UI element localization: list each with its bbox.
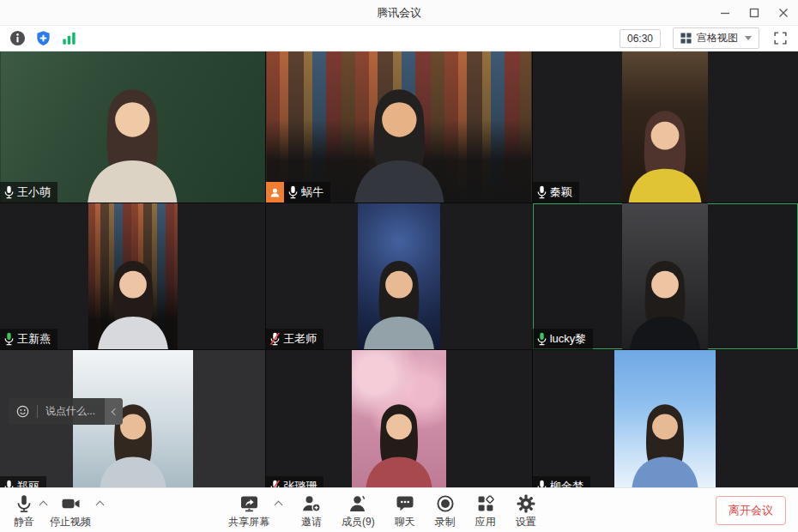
leave-meeting-button[interactable]: 离开会议 — [716, 496, 786, 525]
host-person-icon — [269, 187, 281, 198]
toolbar-label: 聊天 — [395, 515, 415, 529]
mic-status-icon — [536, 480, 547, 487]
participant-cell-王老师[interactable]: 王老师 — [266, 203, 531, 349]
share-screen-icon — [239, 493, 260, 514]
participant-name-label: 秦颖 — [533, 182, 579, 203]
toolbar-button-record[interactable]: 录制 — [433, 492, 457, 529]
participant-cell-秦颖[interactable]: 秦颖 — [533, 51, 798, 203]
toolbar-button-stop-video[interactable]: 停止视频 — [48, 492, 93, 529]
toolbar-label: 录制 — [435, 515, 456, 529]
participant-video — [0, 51, 265, 203]
toolbar-item: 静音 — [12, 492, 48, 529]
name-label-body: lucky黎 — [533, 329, 594, 349]
participant-name: 张璐珊 — [283, 479, 317, 487]
mic-status-icon — [269, 480, 281, 487]
emoji-icon[interactable] — [16, 405, 29, 418]
chevron-left-icon — [111, 408, 118, 414]
participant-video — [352, 350, 446, 487]
participant-video — [88, 203, 178, 349]
participant-name: 柳金梦 — [550, 479, 583, 487]
toolbar-label: 邀请 — [301, 515, 322, 529]
chevron-down-icon — [745, 36, 752, 40]
toolbar-icon-box — [14, 493, 34, 514]
record-icon — [435, 493, 456, 514]
toolbar-icon-box — [301, 493, 322, 514]
person-silhouette — [81, 76, 184, 203]
name-label-body: 郑丽 — [0, 476, 46, 487]
minimize-icon — [720, 8, 730, 18]
participant-cell-蜗牛[interactable]: 蜗牛 — [266, 51, 531, 203]
participant-name-label: 王小萌 — [0, 182, 57, 203]
name-label-body: 王小萌 — [0, 182, 57, 203]
quick-chat-input[interactable]: 说点什么... — [9, 398, 105, 425]
participant-cell-王小萌[interactable]: 王小萌 — [0, 51, 265, 203]
close-button[interactable] — [769, 0, 798, 25]
name-label-body: 张璐珊 — [266, 476, 323, 487]
chat-placeholder[interactable]: 说点什么... — [45, 404, 95, 419]
toolbar-icon-box — [516, 493, 536, 514]
meeting-info-button[interactable] — [9, 29, 27, 47]
toolbar-button-invite[interactable]: 邀请 — [299, 492, 323, 529]
toolbar-button-settings[interactable]: 设置 — [514, 492, 538, 529]
collapse-chat-button[interactable] — [105, 398, 123, 425]
camera-icon — [60, 493, 82, 514]
person-silhouette — [92, 251, 173, 349]
participant-cell-lucky黎[interactable]: lucky黎 — [533, 203, 798, 349]
person-silhouette — [358, 251, 439, 349]
toolbar-label: 静音 — [14, 515, 34, 529]
close-icon — [778, 8, 789, 18]
participant-video — [622, 203, 708, 349]
mic-status-icon — [3, 185, 15, 199]
participant-name: 王新燕 — [17, 331, 51, 347]
participant-name: 王老师 — [283, 331, 317, 347]
info-icon — [9, 30, 26, 46]
chevron-up-icon[interactable] — [275, 500, 283, 509]
chat-icon — [395, 493, 415, 514]
grid-view-icon — [680, 33, 692, 44]
maximize-icon — [749, 8, 759, 18]
name-label-body: 秦颖 — [533, 182, 579, 203]
participant-cell-柳金梦[interactable]: 柳金梦 — [533, 350, 798, 487]
participant-name-label: 张璐珊 — [266, 476, 323, 487]
window-titlebar: 腾讯会议 — [0, 0, 798, 26]
toolbar-item: 应用 — [474, 492, 498, 529]
person-silhouette — [347, 76, 450, 203]
network-status-button[interactable] — [60, 29, 78, 47]
toolbar-button-members[interactable]: 成员(9) — [340, 492, 377, 529]
participant-cell-郑丽[interactable]: 说点什么... 郑丽 — [0, 350, 265, 487]
toolbar-icon-box — [435, 493, 456, 514]
toolbar-button-apps[interactable]: 应用 — [474, 492, 498, 529]
meeting-security-button[interactable] — [34, 29, 52, 47]
chevron-up-icon[interactable] — [96, 500, 105, 509]
toolbar-button-mute[interactable]: 静音 — [12, 492, 36, 529]
toolbar-button-chat[interactable]: 聊天 — [393, 492, 417, 529]
meeting-toolbar: 静音 停止视频 共享屏幕 邀请 — [0, 487, 798, 532]
toolbar-icon-box — [475, 493, 496, 514]
fullscreen-button[interactable] — [771, 29, 789, 47]
toolbar-item: 设置 — [514, 492, 538, 529]
participant-name-label: 王老师 — [266, 329, 323, 349]
participant-cell-张璐珊[interactable]: 张璐珊 — [266, 350, 531, 487]
mic-status-icon — [536, 185, 547, 199]
toolbar-icon-box — [60, 493, 82, 514]
name-label-body: 柳金梦 — [533, 476, 590, 487]
toolbar-button-share-screen[interactable]: 共享屏幕 — [227, 492, 271, 529]
minimize-button[interactable] — [710, 0, 740, 25]
toolbar-icon-box — [239, 493, 260, 514]
toolbar-icon-box — [395, 493, 415, 514]
toolbar-label: 设置 — [516, 515, 536, 529]
chevron-up-icon[interactable] — [39, 500, 48, 509]
toolbar-item: 邀请 — [299, 492, 323, 529]
person-silhouette — [627, 395, 704, 487]
maximize-button[interactable] — [740, 0, 769, 25]
window-controls — [710, 0, 798, 25]
toolbar-label: 成员(9) — [342, 515, 375, 529]
participant-cell-王新燕[interactable]: 王新燕 — [0, 203, 265, 349]
mic-icon — [14, 493, 34, 514]
name-label-body: 蜗牛 — [284, 182, 330, 203]
participant-name-label: 柳金梦 — [533, 476, 590, 487]
quick-chat-bubble[interactable]: 说点什么... — [9, 398, 123, 425]
video-grid: 王小萌 — [0, 51, 798, 487]
toolbar-item: 停止视频 — [48, 492, 105, 529]
layout-view-selector[interactable]: 宫格视图 — [673, 27, 759, 49]
